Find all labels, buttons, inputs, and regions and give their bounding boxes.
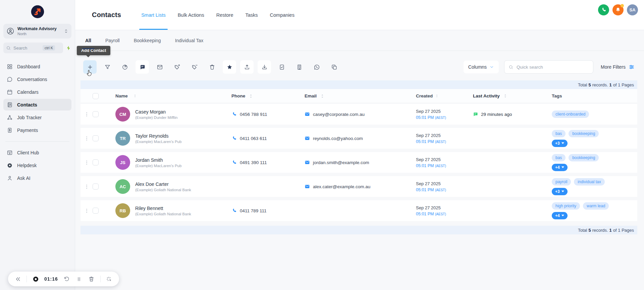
smart-list-tab-individual-tax[interactable]: Individual Tax <box>175 30 204 51</box>
copy-button[interactable] <box>327 60 341 74</box>
row-menu-kebab-icon[interactable] <box>80 136 93 141</box>
tag-pill[interactable]: payroll <box>552 178 571 186</box>
add-tag-button[interactable] <box>170 60 184 74</box>
pause-recording-icon[interactable] <box>75 275 83 283</box>
tag-pill[interactable]: bookkeeping <box>569 154 599 161</box>
row-menu-kebab-icon[interactable] <box>80 160 93 165</box>
sidebar-item-job-tracker[interactable]: Job Tracker <box>3 112 71 123</box>
tag-pill[interactable]: bookkeeping <box>569 130 599 137</box>
more-filters-button[interactable]: More Filters <box>599 64 637 70</box>
stop-recording-button[interactable] <box>32 275 39 283</box>
delete-button[interactable] <box>205 60 219 74</box>
more-tags-pill[interactable]: +4 <box>552 212 568 219</box>
tag-pill[interactable]: high priority <box>552 202 580 210</box>
contacts-table: NamePhoneEmailCreatedLast ActivityTags C… <box>80 89 637 221</box>
star-button[interactable] <box>223 60 236 74</box>
email-cell[interactable]: alex.cater@example.com.au <box>295 184 406 189</box>
row-checkbox[interactable] <box>93 208 99 214</box>
column-header-email[interactable]: Email <box>295 93 406 99</box>
smart-list-tab-all[interactable]: All <box>85 30 91 51</box>
email-button[interactable] <box>153 60 166 74</box>
column-header-created[interactable]: Created <box>406 93 463 98</box>
campaign-button[interactable] <box>118 60 131 74</box>
select-all-checkbox[interactable] <box>93 93 99 99</box>
sidebar-item-calendars[interactable]: Calendars <box>3 86 71 98</box>
more-tags-pill[interactable]: +4 <box>552 164 568 171</box>
sms-icon <box>139 64 146 70</box>
smart-list-tab-payroll[interactable]: Payroll <box>105 30 120 51</box>
email-filled-icon <box>305 184 310 189</box>
tag-pill[interactable]: individual tax <box>574 178 604 186</box>
column-header-tags[interactable]: Tags <box>542 93 637 98</box>
mouse-hand-cursor <box>85 69 93 77</box>
contact-name-cell[interactable]: TRTaylor Reynolds(Example) MacLaren's Pu… <box>107 131 221 146</box>
contact-name-cell[interactable]: ACAlex Doe Carter(Example) Goliath Natio… <box>107 179 221 194</box>
tag-pill[interactable]: bas <box>552 154 566 161</box>
column-header-phone[interactable]: Phone <box>221 93 295 99</box>
tag-pill[interactable]: bas <box>552 130 566 137</box>
sidebar-item-contacts[interactable]: Contacts <box>3 99 71 111</box>
columns-button[interactable]: Columns <box>464 61 499 73</box>
call-button[interactable] <box>598 4 609 15</box>
notifications-button[interactable] <box>612 4 624 15</box>
sidebar-item-helpdesk[interactable]: Helpdesk <box>3 159 71 171</box>
sidebar-item-ask-ai[interactable]: Ask AI <box>3 172 71 184</box>
magic-cursor-icon[interactable] <box>106 275 113 283</box>
whatsapp-button[interactable] <box>310 60 323 74</box>
smart-list-tab-bookkeeping[interactable]: Bookkeeping <box>134 30 161 51</box>
contact-name-cell[interactable]: RBRiley Bennett(Example) Goliath Nationa… <box>107 203 221 218</box>
delete-icon <box>209 64 215 70</box>
sms-button[interactable] <box>136 60 149 74</box>
column-header-name[interactable]: Name <box>107 93 221 98</box>
row-menu-kebab-icon[interactable] <box>80 208 93 214</box>
column-header-last-activity[interactable]: Last Activity <box>463 93 542 98</box>
tag-pill[interactable]: warm lead <box>583 202 609 210</box>
quick-search[interactable] <box>504 60 593 74</box>
row-checkbox[interactable] <box>93 159 99 165</box>
row-checkbox[interactable] <box>93 135 99 141</box>
phone-cell[interactable]: 0491 390 111 <box>221 160 295 165</box>
delete-recording-icon[interactable] <box>88 275 95 283</box>
tab-tasks[interactable]: Tasks <box>245 0 258 30</box>
tab-restore[interactable]: Restore <box>216 0 233 30</box>
tag-pill[interactable]: client-onboarded <box>552 111 589 118</box>
more-tags-pill[interactable]: +3 <box>552 140 568 147</box>
email-cell[interactable]: reynolds.co@yahoo.com <box>295 136 406 141</box>
sidebar-item-payments[interactable]: Payments <box>3 124 71 136</box>
contact-name-cell[interactable]: JSJordan Smith(Example) MacLaren's Pub <box>107 155 221 170</box>
tab-smart-lists[interactable]: Smart Lists <box>141 0 166 30</box>
user-avatar[interactable]: SA <box>627 4 638 15</box>
export-button[interactable] <box>240 60 254 74</box>
sort-icon <box>503 93 508 98</box>
tab-companies[interactable]: Companies <box>270 0 294 30</box>
quick-actions-lightning-icon[interactable] <box>66 45 71 51</box>
restart-recording-icon[interactable] <box>63 275 70 283</box>
company-button[interactable] <box>292 60 306 74</box>
sidebar-divider <box>5 141 69 142</box>
phone-cell[interactable]: 0456 788 911 <box>221 112 295 117</box>
email-cell[interactable]: casey@corporate.com.au <box>295 112 406 117</box>
merge-button[interactable] <box>275 60 288 74</box>
quick-search-input[interactable] <box>517 65 589 70</box>
phone-cell[interactable]: 0411 789 111 <box>221 208 295 213</box>
email-cell[interactable]: jordan.smith@example.com <box>295 160 406 165</box>
sidebar-item-conversations[interactable]: Conversations <box>3 73 71 85</box>
row-menu-kebab-icon[interactable] <box>80 112 93 117</box>
more-tags-pill[interactable]: +3 <box>552 188 568 195</box>
row-checkbox[interactable] <box>93 111 99 117</box>
location-switcher[interactable]: Workmate Advisory North <box>3 24 71 39</box>
row-checkbox[interactable] <box>93 184 99 190</box>
sidebar-item-client-hub[interactable]: Client Hub <box>3 147 71 158</box>
sidebar-item-dashboard[interactable]: Dashboard <box>3 61 71 72</box>
import-button[interactable] <box>258 60 271 74</box>
row-menu-kebab-icon[interactable] <box>80 184 93 190</box>
created-cell: Sep 27 202505:01 PM (AEST) <box>406 109 463 120</box>
collapse-icon[interactable] <box>14 275 21 283</box>
contact-name-cell[interactable]: CMCasey Morgan(Example) Dunder Mifflin <box>107 107 221 122</box>
sidebar-search[interactable]: ctrl K <box>3 43 63 53</box>
sidebar-search-input[interactable] <box>13 46 40 51</box>
filter-button[interactable] <box>101 60 114 74</box>
remove-tag-button[interactable] <box>188 60 201 74</box>
tab-bulk-actions[interactable]: Bulk Actions <box>178 0 204 30</box>
phone-cell[interactable]: 0411 063 611 <box>221 136 295 141</box>
